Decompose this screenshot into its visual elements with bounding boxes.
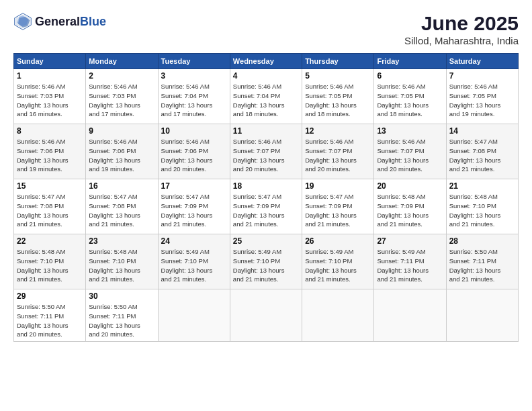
table-row: 17 Sunrise: 5:47 AMSunset: 7:09 PMDaylig…	[158, 179, 230, 234]
table-row: 13 Sunrise: 5:46 AMSunset: 7:07 PMDaylig…	[374, 124, 446, 179]
header: GeneralBlue June 2025 Sillod, Maharashtr…	[13, 12, 519, 46]
logo-general: General	[35, 15, 80, 28]
table-row: 25 Sunrise: 5:49 AMSunset: 7:10 PMDaylig…	[230, 234, 302, 289]
day-number: 15	[17, 181, 83, 191]
day-number: 11	[233, 126, 299, 136]
day-info: Sunrise: 5:46 AMSunset: 7:03 PMDaylight:…	[89, 82, 154, 119]
day-number: 21	[449, 181, 515, 191]
day-number: 16	[89, 181, 154, 191]
day-number: 25	[233, 236, 299, 246]
table-row: 15 Sunrise: 5:47 AMSunset: 7:08 PMDaylig…	[14, 179, 86, 234]
day-info: Sunrise: 5:48 AMSunset: 7:09 PMDaylight:…	[377, 192, 443, 229]
day-info: Sunrise: 5:50 AMSunset: 7:11 PMDaylight:…	[17, 302, 83, 339]
table-row: 14 Sunrise: 5:47 AMSunset: 7:08 PMDaylig…	[446, 124, 518, 179]
day-info: Sunrise: 5:46 AMSunset: 7:07 PMDaylight:…	[233, 137, 299, 174]
col-wednesday: Wednesday	[230, 54, 302, 69]
day-number: 6	[377, 71, 443, 81]
page-container: GeneralBlue June 2025 Sillod, Maharashtr…	[0, 0, 532, 349]
day-number: 30	[89, 291, 154, 301]
day-info: Sunrise: 5:48 AMSunset: 7:10 PMDaylight:…	[89, 247, 154, 284]
table-row: 20 Sunrise: 5:48 AMSunset: 7:09 PMDaylig…	[374, 179, 446, 234]
col-tuesday: Tuesday	[158, 54, 230, 69]
day-info: Sunrise: 5:47 AMSunset: 7:08 PMDaylight:…	[89, 192, 154, 229]
day-number: 20	[377, 181, 443, 191]
day-info: Sunrise: 5:46 AMSunset: 7:04 PMDaylight:…	[233, 82, 299, 119]
col-friday: Friday	[374, 54, 446, 69]
table-row: 21 Sunrise: 5:48 AMSunset: 7:10 PMDaylig…	[446, 179, 518, 234]
day-info: Sunrise: 5:46 AMSunset: 7:07 PMDaylight:…	[305, 137, 371, 174]
col-sunday: Sunday	[14, 54, 86, 69]
header-row: Sunday Monday Tuesday Wednesday Thursday…	[14, 54, 519, 69]
day-info: Sunrise: 5:49 AMSunset: 7:11 PMDaylight:…	[377, 247, 443, 284]
table-row	[374, 289, 446, 342]
table-row: 12 Sunrise: 5:46 AMSunset: 7:07 PMDaylig…	[302, 124, 374, 179]
table-row	[158, 289, 230, 342]
day-info: Sunrise: 5:49 AMSunset: 7:10 PMDaylight:…	[161, 247, 227, 284]
day-info: Sunrise: 5:48 AMSunset: 7:10 PMDaylight:…	[17, 247, 83, 284]
col-monday: Monday	[86, 54, 158, 69]
day-info: Sunrise: 5:46 AMSunset: 7:05 PMDaylight:…	[449, 82, 515, 119]
day-number: 3	[161, 71, 227, 81]
table-row: 24 Sunrise: 5:49 AMSunset: 7:10 PMDaylig…	[158, 234, 230, 289]
day-number: 12	[305, 126, 371, 136]
logo-blue: Blue	[80, 15, 106, 28]
table-row: 23 Sunrise: 5:48 AMSunset: 7:10 PMDaylig…	[86, 234, 158, 289]
table-row: 22 Sunrise: 5:48 AMSunset: 7:10 PMDaylig…	[14, 234, 86, 289]
day-number: 7	[449, 71, 515, 81]
day-number: 10	[161, 126, 227, 136]
day-number: 17	[161, 181, 227, 191]
table-row: 28 Sunrise: 5:50 AMSunset: 7:11 PMDaylig…	[446, 234, 518, 289]
logo-icon	[13, 12, 32, 31]
month-title: June 2025	[404, 12, 519, 35]
table-row: 7 Sunrise: 5:46 AMSunset: 7:05 PMDayligh…	[446, 69, 518, 124]
day-number: 28	[449, 236, 515, 246]
table-row: 16 Sunrise: 5:47 AMSunset: 7:08 PMDaylig…	[86, 179, 158, 234]
day-number: 8	[17, 126, 83, 136]
calendar-table: Sunday Monday Tuesday Wednesday Thursday…	[13, 53, 519, 342]
day-number: 19	[305, 181, 371, 191]
day-number: 29	[17, 291, 83, 301]
table-row: 3 Sunrise: 5:46 AMSunset: 7:04 PMDayligh…	[158, 69, 230, 124]
table-row: 26 Sunrise: 5:49 AMSunset: 7:10 PMDaylig…	[302, 234, 374, 289]
table-row	[302, 289, 374, 342]
day-info: Sunrise: 5:46 AMSunset: 7:05 PMDaylight:…	[377, 82, 443, 119]
day-info: Sunrise: 5:46 AMSunset: 7:04 PMDaylight:…	[161, 82, 227, 119]
col-thursday: Thursday	[302, 54, 374, 69]
day-number: 18	[233, 181, 299, 191]
day-number: 24	[161, 236, 227, 246]
day-number: 4	[233, 71, 299, 81]
table-row: 6 Sunrise: 5:46 AMSunset: 7:05 PMDayligh…	[374, 69, 446, 124]
table-row: 1 Sunrise: 5:46 AMSunset: 7:03 PMDayligh…	[14, 69, 86, 124]
table-row	[230, 289, 302, 342]
table-row: 2 Sunrise: 5:46 AMSunset: 7:03 PMDayligh…	[86, 69, 158, 124]
logo: GeneralBlue	[13, 12, 106, 31]
day-info: Sunrise: 5:49 AMSunset: 7:10 PMDaylight:…	[233, 247, 299, 284]
day-number: 9	[89, 126, 154, 136]
day-info: Sunrise: 5:46 AMSunset: 7:06 PMDaylight:…	[89, 137, 154, 174]
table-row: 29 Sunrise: 5:50 AMSunset: 7:11 PMDaylig…	[14, 289, 86, 342]
table-row	[446, 289, 518, 342]
day-number: 26	[305, 236, 371, 246]
day-number: 27	[377, 236, 443, 246]
day-info: Sunrise: 5:47 AMSunset: 7:09 PMDaylight:…	[161, 192, 227, 229]
table-row: 9 Sunrise: 5:46 AMSunset: 7:06 PMDayligh…	[86, 124, 158, 179]
day-info: Sunrise: 5:50 AMSunset: 7:11 PMDaylight:…	[449, 247, 515, 284]
day-info: Sunrise: 5:47 AMSunset: 7:09 PMDaylight:…	[305, 192, 371, 229]
day-number: 14	[449, 126, 515, 136]
day-number: 1	[17, 71, 83, 81]
table-row: 27 Sunrise: 5:49 AMSunset: 7:11 PMDaylig…	[374, 234, 446, 289]
table-row: 11 Sunrise: 5:46 AMSunset: 7:07 PMDaylig…	[230, 124, 302, 179]
day-info: Sunrise: 5:49 AMSunset: 7:10 PMDaylight:…	[305, 247, 371, 284]
day-info: Sunrise: 5:46 AMSunset: 7:05 PMDaylight:…	[305, 82, 371, 119]
day-info: Sunrise: 5:50 AMSunset: 7:11 PMDaylight:…	[89, 302, 154, 339]
day-info: Sunrise: 5:46 AMSunset: 7:06 PMDaylight:…	[161, 137, 227, 174]
table-row: 5 Sunrise: 5:46 AMSunset: 7:05 PMDayligh…	[302, 69, 374, 124]
day-number: 22	[17, 236, 83, 246]
table-row: 18 Sunrise: 5:47 AMSunset: 7:09 PMDaylig…	[230, 179, 302, 234]
location-title: Sillod, Maharashtra, India	[404, 35, 519, 46]
table-row: 8 Sunrise: 5:46 AMSunset: 7:06 PMDayligh…	[14, 124, 86, 179]
logo-text: GeneralBlue	[35, 15, 106, 29]
day-number: 5	[305, 71, 371, 81]
day-info: Sunrise: 5:47 AMSunset: 7:09 PMDaylight:…	[233, 192, 299, 229]
table-row: 19 Sunrise: 5:47 AMSunset: 7:09 PMDaylig…	[302, 179, 374, 234]
